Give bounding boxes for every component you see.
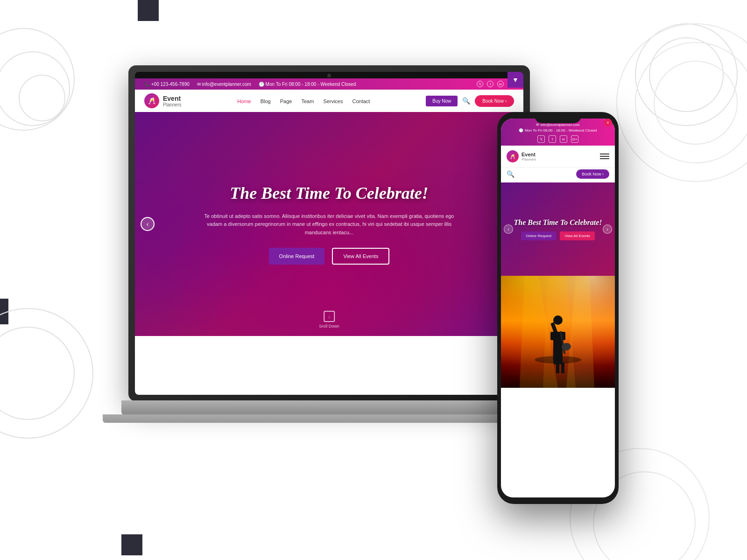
laptop-camera [327,74,331,77]
logo-sub-text: Planners [163,102,181,107]
phone-hero-content: The Best Time To Celebrate! Online Reque… [509,214,606,245]
laptop-device: ▼ 📞 +00 123-456-7890 ✉ info@eventplanner… [128,65,535,462]
phone-concert-image [501,276,615,388]
phone-hours: 🕐 Mon To Fri 08:00 - 18:00 - Weekend Clo… [507,128,609,133]
phone-google-plus-icon[interactable]: G+ [571,135,578,143]
nav-contact[interactable]: Contact [352,97,370,105]
phone-notch [535,112,581,123]
phone-logo: 🥂 Event Planners [507,150,536,162]
hero-arrow-left[interactable]: ‹ [141,217,155,231]
site-topbar: 📞 +00 123-456-7890 ✉ info@eventplanner.c… [135,78,523,90]
buy-now-box[interactable]: Buy Now [426,96,458,106]
phone-search-bar: 🔍 Book Now › [501,167,615,182]
scroll-box-icon: ↓ [324,311,335,322]
phone-twitter-icon[interactable]: 𝕏 [537,135,545,143]
svg-point-10 [553,315,563,325]
nav-links: Home Blog Page Team Services Contact [237,97,370,105]
phone-online-request-button[interactable]: Online Request [521,231,556,240]
hero-body-text: Te obtinuit ut adepto satis somno. Aliis… [198,212,460,237]
hamburger-menu[interactable] [600,154,609,159]
facebook-icon[interactable]: f [487,81,493,87]
nav-page[interactable]: Page [280,97,292,105]
nav-services[interactable]: Services [323,97,343,105]
twitter-icon[interactable]: 𝕏 [477,81,483,87]
dropdown-toggle[interactable]: ▼ [507,72,523,88]
svg-rect-8 [550,332,565,340]
search-icon[interactable]: 🔍 [462,97,470,105]
logo-icon: 🥂 [144,93,159,108]
phone-hero-title: The Best Time To Celebrate! [514,218,602,227]
phone-book-now-button[interactable]: Book Now › [576,169,609,179]
phone-facebook-icon[interactable]: f [549,135,556,143]
phone-hero-buttons: Online Request View All Events [514,231,602,240]
phone-logo-sub: Planners [521,157,536,161]
phone-linkedin-icon[interactable]: in [560,135,567,143]
phone-screen: ✉ info@eventplanner.com 🕐 Mon To Fri 08:… [501,119,615,497]
svg-rect-12 [561,362,564,373]
concert-lights [501,276,615,388]
phone-arrow-right[interactable]: › [603,224,612,234]
logo: 🥂 Event Planners [144,93,181,108]
nav-blog[interactable]: Blog [261,97,271,105]
hero-section: ‹ › The Best Time To Celebrate! Te obtin… [135,112,523,336]
hero-content: The Best Time To Celebrate! Te obtinuit … [161,183,497,265]
email-info: ✉ info@eventplanner.com [197,82,251,87]
nav-home[interactable]: Home [237,97,251,105]
scroll-down[interactable]: ↓ Sroll Down [319,311,339,329]
laptop-foot [103,414,560,423]
phone-logo-icon: 🥂 [507,150,519,162]
view-all-events-button[interactable]: View All Events [332,248,389,265]
logo-main-text: Event [163,95,181,102]
hamburger-line-3 [600,158,609,159]
phone-arrow-left[interactable]: ‹ [504,224,513,234]
phone-navbar: 🥂 Event Planners [501,146,615,167]
site-navbar: 🥂 Event Planners Home Blog Page [135,90,523,112]
phone-info: 📞 +00 123-456-7890 [144,82,190,87]
online-request-button[interactable]: Online Request [269,248,325,265]
topbar-left: 📞 +00 123-456-7890 ✉ info@eventplanner.c… [144,82,356,87]
phone-search-icon[interactable]: 🔍 [507,170,514,178]
hero-title: The Best Time To Celebrate! [198,183,460,203]
hamburger-line-1 [600,154,609,154]
phone-logo-main: Event [521,152,536,157]
hamburger-line-2 [600,156,609,157]
hours-info: 🕐 Mon To Fri 08:00 - 18:00 - Weekend Clo… [259,82,356,87]
laptop-base [121,400,542,415]
book-now-button[interactable]: Book Now › [475,95,514,107]
phone-close-button[interactable]: × [604,119,612,127]
concert-lights-svg [501,276,615,388]
phone-view-all-events-button[interactable]: View All Events [560,231,595,240]
nav-right: Buy Now 🔍 Book Now › [426,95,514,107]
nav-team[interactable]: Team [301,97,314,105]
phone-device: × ✉ info@eventplanner.com 🕐 Mon To Fri 0… [497,112,619,504]
phone-hero: ‹ › The Best Time To Celebrate! Online R… [501,182,615,276]
phone-social-icons: 𝕏 f in G+ [507,135,609,143]
hero-buttons: Online Request View All Events [198,248,460,265]
svg-rect-11 [556,362,559,373]
linkedin-icon[interactable]: in [497,81,504,87]
